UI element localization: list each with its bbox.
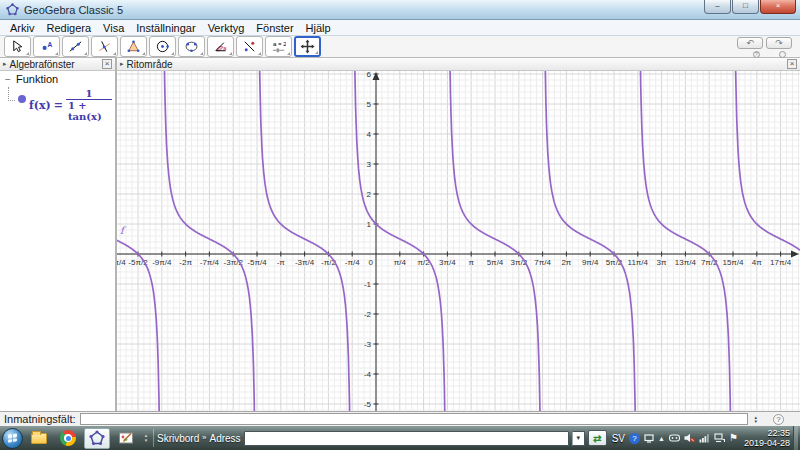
tool-perpendicular-line[interactable] — [91, 36, 118, 57]
geogebra-icon — [89, 430, 105, 446]
toolbar-help-icon[interactable]: ? — [753, 51, 760, 58]
x-tick-label: -7π/4 — [200, 258, 220, 267]
address-go-refresh-button[interactable]: ⇄ — [588, 430, 607, 446]
panel-arrow-icon[interactable]: ▸ — [120, 60, 124, 68]
overflow-chevron-icon[interactable]: » — [202, 433, 206, 442]
command-input[interactable] — [80, 413, 749, 425]
taskbar-clock[interactable]: 22:35 2019-04-28 — [744, 428, 790, 448]
tool-conic[interactable] — [178, 36, 205, 57]
tool-angle[interactable]: a — [207, 36, 234, 57]
action-center-flag-icon[interactable]: ⚑ — [729, 433, 738, 443]
toolbar-grip-icon[interactable]: ▴▾ — [142, 433, 150, 443]
tool-move[interactable] — [4, 36, 31, 57]
y-tick-label: 2 — [367, 190, 372, 199]
menu-verktyg[interactable]: Verktyg — [202, 22, 251, 34]
x-tick-label: -3π/4 — [295, 258, 315, 267]
svg-text:a = 2: a = 2 — [273, 40, 286, 47]
desktop-toolbar-label[interactable]: Skrivbord » — [157, 433, 206, 444]
x-tick-label: -11π/4 — [117, 258, 126, 267]
chrome-icon — [60, 430, 76, 446]
object-visibility-dot[interactable] — [18, 95, 26, 103]
y-tick-label: 1 — [367, 220, 372, 229]
tool-dropdown-corner-icon[interactable] — [171, 52, 174, 55]
clock-date: 2019-04-28 — [744, 438, 790, 448]
y-tick-label: 3 — [367, 160, 372, 169]
taskbar-explorer-button[interactable] — [26, 428, 52, 449]
start-button[interactable] — [2, 428, 23, 449]
x-tick-label: 2π — [561, 258, 571, 267]
show-desktop-button[interactable] — [793, 426, 798, 450]
tray-help-icon[interactable]: ? — [629, 433, 640, 444]
input-history-spinner[interactable]: ▴ ▾ — [754, 415, 757, 423]
maximize-button[interactable]: □ — [732, 0, 759, 14]
geogebra-logo-icon — [6, 3, 19, 16]
algebra-group-function[interactable]: − Funktion — [3, 73, 112, 85]
algebra-close-icon[interactable]: × — [102, 59, 112, 69]
tool-dropdown-corner-icon[interactable] — [142, 52, 145, 55]
taskbar-geogebra-button[interactable] — [84, 428, 110, 449]
menu-redigera[interactable]: Redigera — [40, 22, 97, 34]
display-icon[interactable] — [644, 434, 654, 443]
address-dropdown-icon[interactable]: ▾ — [572, 431, 585, 446]
tool-point[interactable]: A — [33, 36, 60, 57]
tool-dropdown-corner-icon[interactable] — [287, 52, 290, 55]
menu-hjlp[interactable]: Hjälp — [300, 22, 337, 34]
fraction-denominator: 1 + tan(x) — [66, 99, 112, 122]
tool-dropdown-corner-icon[interactable] — [55, 52, 58, 55]
toolbar: Aaa = 2 ↶ ↷ ? — [0, 36, 800, 58]
input-label: Inmatningsfält: — [4, 413, 76, 425]
language-indicator[interactable]: SV — [612, 433, 625, 444]
svg-text:a: a — [223, 45, 227, 51]
tool-dropdown-corner-icon[interactable] — [315, 51, 318, 54]
tool-dropdown-corner-icon[interactable] — [84, 52, 87, 55]
taskbar-chrome-button[interactable] — [55, 428, 81, 449]
x-tick-label: -2π — [179, 258, 192, 267]
tool-dropdown-corner-icon[interactable] — [200, 52, 203, 55]
hidden-icons-arrow[interactable]: ▲ — [658, 435, 665, 442]
menu-instllningar[interactable]: Inställningar — [130, 22, 201, 34]
spinner-down-icon[interactable]: ▾ — [754, 419, 757, 423]
tool-dropdown-corner-icon[interactable] — [229, 52, 232, 55]
tool-dropdown-corner-icon[interactable] — [113, 52, 116, 55]
tool-slider[interactable]: a = 2 — [265, 36, 292, 57]
title-bar: GeoGebra Classic 5 – □ × — [0, 0, 800, 20]
function-lhs: f(x) — [29, 99, 51, 112]
equals-sign: = — [54, 99, 63, 112]
volume-muted-icon[interactable] — [684, 433, 695, 443]
algebra-item-f[interactable]: f(x) = 1 1 + tan(x) — [3, 87, 112, 122]
tool-dropdown-corner-icon[interactable] — [258, 52, 261, 55]
panel-arrow-icon[interactable]: ▸ — [3, 60, 7, 68]
graphics-panel-header: ▸ Ritområde × — [117, 58, 800, 71]
menu-fnster[interactable]: Fönster — [250, 22, 299, 34]
device-icon[interactable] — [669, 434, 680, 442]
x-tick-label: 3π — [657, 258, 667, 267]
tool-dropdown-corner-icon[interactable] — [26, 52, 29, 55]
collapse-icon[interactable]: − — [5, 74, 12, 85]
tool-polygon[interactable] — [120, 36, 147, 57]
paint-icon — [118, 430, 134, 446]
taskbar: ▴▾ Skrivbord » Adress ▾ ⇄ SV ? ▲ — [0, 426, 800, 450]
graphics-close-icon[interactable]: × — [787, 59, 797, 69]
network-signal-icon[interactable] — [699, 433, 710, 443]
x-tick-label: π/4 — [394, 258, 407, 267]
redo-button[interactable]: ↷ — [766, 37, 792, 49]
clock-time: 22:35 — [744, 428, 790, 438]
graphics-panel-title: Ritområde — [127, 59, 173, 70]
taskbar-paint-button[interactable] — [113, 428, 139, 449]
minimize-button[interactable]: – — [704, 0, 731, 14]
tool-move-graphics-view[interactable] — [294, 36, 321, 57]
network-status-icon[interactable] — [714, 433, 725, 443]
tool-line[interactable] — [62, 36, 89, 57]
close-button[interactable]: × — [760, 0, 796, 14]
graphics-canvas[interactable]: -11π/4-5π/2-9π/4-2π-7π/4-3π/2-5π/4-π-3π/… — [117, 71, 800, 411]
menu-arkiv[interactable]: Arkiv — [4, 22, 40, 34]
fraction: 1 1 + tan(x) — [66, 88, 112, 122]
toolbar-options-icon[interactable] — [779, 51, 786, 58]
geogebra-window: GeoGebra Classic 5 – □ × ArkivRedigeraVi… — [0, 0, 800, 450]
undo-button[interactable]: ↶ — [737, 37, 763, 49]
address-input[interactable] — [244, 431, 569, 446]
menu-visa[interactable]: Visa — [97, 22, 130, 34]
tool-circle[interactable] — [149, 36, 176, 57]
input-help-button[interactable]: ? — [773, 414, 784, 425]
tool-reflect[interactable] — [236, 36, 263, 57]
